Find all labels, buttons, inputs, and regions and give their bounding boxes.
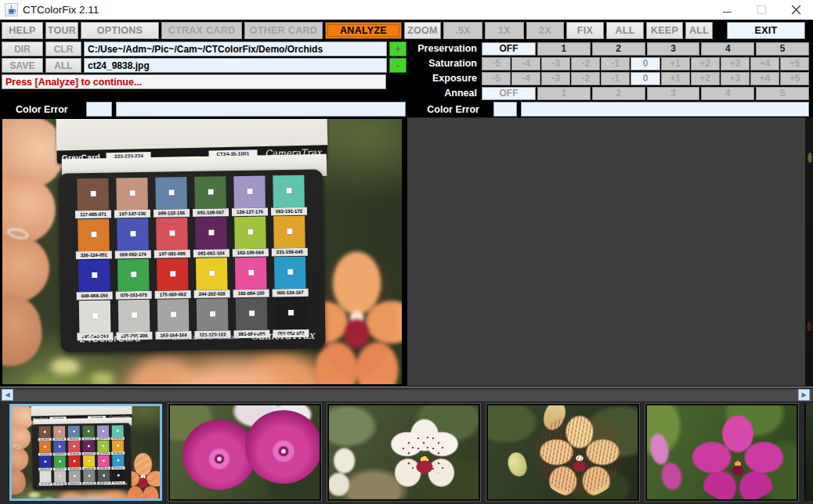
close-icon [791,5,801,15]
exposure-button--1: -1 [601,72,630,85]
adjustment-panel: PreservationOFF12345Saturation-5-4-3-2-1… [407,41,809,101]
saturation-button-0: 0 [631,57,659,70]
thumbnail-partial[interactable] [804,404,813,501]
thumbnail-scrollbar[interactable]: ◀ ▶ [0,387,813,401]
java-app-icon [5,3,18,16]
color-error-detail-right [521,102,809,117]
exposure-button-+3: +3 [721,72,750,85]
color-patch [234,217,266,250]
colorcard-url: www.CameraTrax.com [172,333,240,341]
toolbar-button-options[interactable]: OPTIONS [81,22,159,39]
adjustment-row-saturation: Saturation-5-4-3-2-10+1+2+3+4+5 [407,56,809,70]
exposure-button--2: -2 [571,72,600,85]
save-all-button[interactable]: ALL [45,58,81,73]
color-patch-label: 000-134-167 [273,289,309,297]
preservation-button-4[interactable]: 4 [701,42,754,56]
thumbnail-white-spotted-orchid[interactable] [327,404,480,501]
toolbar-button-all[interactable]: ALL [606,22,644,39]
color-patch [117,218,149,251]
color-patch [273,175,305,208]
toolbar-button-tour[interactable]: TOUR [45,22,78,39]
saturation-button-+1: +1 [661,57,690,70]
color-patch [197,298,229,331]
color-patch [194,176,226,209]
directory-path-field[interactable]: C:/Use~/Adm~/Pic~/Cam~/CTColorFix/Demo/O… [84,41,387,56]
toolbar-button-analyze[interactable]: ANALYZE [325,22,402,39]
color-patch [195,217,227,250]
adjustment-label-anneal: Anneal [407,88,482,99]
preservation-button-2[interactable]: 2 [592,42,645,56]
adjustment-label-exposure: Exposure [407,73,482,84]
thumbnail-orange-striped-orchid[interactable] [486,404,639,501]
saturation-button--4: -4 [511,57,540,70]
thumbnail-magenta-orchid[interactable] [645,404,798,501]
adjustment-row-preservation: PreservationOFF12345 [407,41,809,56]
thumbnail-pink-orchid-pair[interactable] [168,404,321,501]
color-error-value-left [86,102,112,117]
clr-button[interactable]: CLR [45,41,81,56]
colorcard-name: 24ColorCard [79,332,140,344]
scroll-left-icon[interactable]: ◀ [2,389,13,401]
color-patch-label: 162-190-064 [233,248,269,257]
maximize-button[interactable] [744,0,779,20]
toolbar-button-zoom[interactable]: ZOOM [404,22,441,39]
result-panel [407,117,805,386]
save-button[interactable]: SAVE [2,58,43,73]
color-error-row: Color Error Color Error [0,102,813,117]
color-patch [233,176,266,209]
scroll-right-icon[interactable]: ▶ [798,389,810,401]
color-patch-label: 197-147-130 [114,210,150,218]
toolbar-button-exit[interactable]: EXIT [727,22,805,39]
toolbar-button-keep[interactable]: KEEP [646,22,683,39]
anneal-button-2: 2 [592,87,645,100]
source-photo: GreyCard 223-223-224 CT24-35-1001 Camera… [2,119,402,384]
toolbar-button-all-2[interactable]: ALL [685,22,713,39]
exposure-button--5: -5 [482,72,511,85]
adjustment-row-anneal: AnnealOFF12345 [407,86,809,100]
color-card: 117-085-071226-124-051049-068-150245-246… [58,169,326,352]
color-patch-label: 244-202-028 [194,290,230,298]
app-window: CTColorFix 2.11 HELPTOUROPTIONSCTRAX CAR… [0,0,813,504]
toolbar-button-help[interactable]: HELP [2,22,43,39]
color-patch-label: 091-108-067 [193,208,229,217]
color-patch [155,177,187,210]
app-content: HELPTOUROPTIONSCTRAX CARDOTHER CARDANALY… [0,20,813,504]
anneal-button-off: OFF [482,87,536,100]
status-message: Press [Analyze] to continue... [2,74,386,89]
toolbar-button-2x: 2X [526,22,564,39]
saturation-button--1: -1 [601,57,630,70]
preservation-button-1[interactable]: 1 [537,42,591,56]
thumbnail-color-card[interactable]: GreyCard 223-223-224 CT24-35-1001 Camera… [9,404,162,501]
maximize-icon [757,5,766,14]
toolbar-button-ctraxcard: CTRAX CARD [161,22,242,39]
anneal-button-4: 4 [701,87,754,100]
adjustment-row-exposure: Exposure-5-4-3-2-10+1+2+3+4+5 [407,71,809,85]
adjustment-label-saturation: Saturation [407,58,482,69]
color-patch [77,178,109,211]
filename-field[interactable]: ct24_9838.jpg [84,58,387,73]
color-patch [79,301,111,333]
dir-button[interactable]: DIR [2,41,43,56]
preservation-button-5[interactable]: 5 [756,42,809,56]
color-patch-label: 117-085-071 [75,211,111,219]
minimize-icon [723,12,732,13]
color-patch [157,258,189,291]
close-button[interactable] [779,0,813,20]
color-patch-label: 091-061-104 [193,249,229,257]
preservation-button-3[interactable]: 3 [647,42,700,56]
main-toolbar: HELPTOUROPTIONSCTRAX CARDOTHER CARDANALY… [2,22,805,39]
image-area: GreyCard 223-223-224 CT24-35-1001 Camera… [0,117,813,386]
exposure-button-+1: +1 [661,72,690,85]
file-controls: DIR CLR C:/Use~/Adm~/Pic~/Cam~/CTColorFi… [2,41,406,91]
image-area-edge [805,117,813,386]
color-error-label-left: Color Error [2,102,81,117]
toolbar-button-othercard: OTHER CARD [244,22,323,39]
preservation-button-off[interactable]: OFF [482,42,536,56]
anneal-button-3: 3 [647,87,700,100]
toolbar-button-fix[interactable]: FIX [566,22,604,39]
remove-button[interactable]: - [389,58,406,73]
anneal-button-1: 1 [537,87,591,100]
exposure-button-0: 0 [631,72,659,85]
add-button[interactable]: + [389,41,406,56]
minimize-button[interactable] [710,0,744,20]
